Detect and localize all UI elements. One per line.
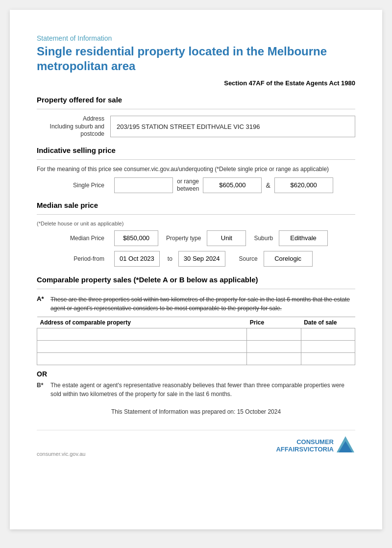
period-to-value: 30 Sep 2024	[178, 251, 225, 267]
act-label: Section 47AF of the Estate Agents Act 19…	[37, 79, 355, 87]
property-type-label: Property type	[166, 235, 201, 242]
cav-victoria: VICTORIA	[303, 446, 334, 453]
property-section-heading: Property offered for sale	[37, 96, 355, 104]
single-price-label: Single Price	[37, 182, 110, 189]
period-from-value: 01 Oct 2023	[114, 251, 160, 267]
property-type-value: Unit	[207, 230, 246, 246]
row1-date	[301, 328, 355, 340]
row3-price	[247, 352, 301, 365]
divider-2	[37, 159, 355, 160]
document-page: Statement of Information Single resident…	[10, 10, 382, 529]
row2-price	[247, 340, 301, 352]
address-value: 203/195 STATION STREET EDITHVALE VIC 319…	[110, 116, 355, 137]
row3-date	[301, 352, 355, 365]
col-header-price: Price	[247, 317, 301, 328]
row2-date	[301, 340, 355, 352]
cav-affairs: AFFAIRS	[276, 446, 303, 453]
source-label: Source	[239, 255, 258, 262]
row3-address	[37, 352, 247, 365]
cav-triangle-icon	[336, 435, 355, 457]
address-block: AddressIncluding suburb andpostcode 203/…	[37, 115, 355, 138]
or-range-label: or rangebetween	[177, 178, 199, 192]
divider-3	[37, 214, 355, 215]
median-price-value: $850,000	[114, 230, 158, 246]
median-price-label: Median Price	[37, 235, 110, 242]
col-header-date: Date of sale	[301, 317, 355, 328]
to-label: to	[168, 255, 172, 262]
footer: consumer.vic.gov.au CONSUMER AFFAIRSVICT…	[37, 430, 355, 457]
divider-4	[37, 289, 355, 289]
range-high-value: $620,000	[274, 177, 333, 193]
single-price-value	[114, 177, 173, 193]
b-star-text: The estate agent or agent's representati…	[50, 381, 355, 399]
comparable-table: Address of comparable property Price Dat…	[37, 317, 355, 365]
or-label: OR	[37, 370, 355, 378]
median-section-heading: Median sale price	[37, 201, 355, 209]
row1-price	[247, 328, 301, 340]
b-star-row: B* The estate agent or agent's represent…	[37, 381, 355, 399]
period-from-label: Period-from	[37, 255, 110, 262]
a-star-text: These are the three properties sold with…	[50, 295, 355, 313]
address-label: AddressIncluding suburb andpostcode	[37, 115, 110, 138]
prepared-line: This Statement of Information was prepar…	[37, 408, 355, 415]
b-star-label: B*	[37, 381, 47, 399]
a-star-label: A*	[37, 295, 47, 313]
comparable-section-heading: Comparable property sales (*Delete A or …	[37, 275, 355, 284]
document-main-title: Single residential property located in t…	[37, 44, 355, 74]
cav-consumer: CONSUMER	[296, 438, 334, 446]
suburb-label: Suburb	[254, 235, 273, 242]
median-delete-note: (*Delete house or unit as applicable)	[37, 221, 355, 226]
cav-logo: CONSUMER AFFAIRSVICTORIA	[276, 435, 355, 457]
col-header-address: Address of comparable property	[37, 317, 247, 328]
document-subtitle: Statement of Information	[37, 34, 355, 42]
table-row	[37, 340, 355, 352]
source-value: Corelogic	[264, 251, 313, 267]
suburb-value: Edithvale	[279, 230, 328, 246]
row2-address	[37, 340, 247, 352]
median-price-row: Median Price $850,000 Property type Unit…	[37, 230, 355, 246]
period-row: Period-from 01 Oct 2023 to 30 Sep 2024 S…	[37, 251, 355, 267]
a-star-row: A* These are the three properties sold w…	[37, 295, 355, 313]
selling-price-heading: Indicative selling price	[37, 146, 355, 154]
divider-1	[37, 109, 355, 109]
row1-address	[37, 328, 247, 340]
footer-url: consumer.vic.gov.au	[37, 451, 85, 457]
selling-price-note: For the meaning of this price see consum…	[37, 166, 355, 173]
cav-logo-text: CONSUMER AFFAIRSVICTORIA	[276, 439, 334, 453]
price-row: Single Price or rangebetween $605,000 & …	[37, 177, 355, 193]
table-row	[37, 352, 355, 365]
table-row	[37, 328, 355, 340]
ampersand: &	[266, 181, 270, 189]
range-low-value: $605,000	[203, 177, 262, 193]
